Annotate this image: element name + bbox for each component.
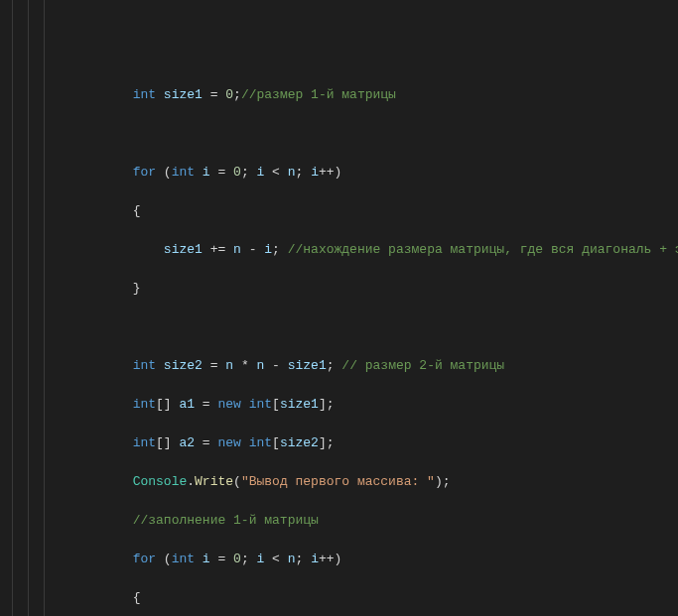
code-line[interactable]: { [40,201,678,221]
code-line[interactable]: for (int i = 0; i < n; i++) [40,550,678,569]
code-line[interactable]: //заполнение 1-й матрицы [40,511,678,531]
code-editor[interactable]: int size1 = 0;//размер 1-й матрицы for (… [0,0,678,616]
code-line[interactable]: } [40,279,678,299]
code-line[interactable]: size1 += n - i; //нахождение размера мат… [40,240,678,260]
code-line[interactable]: int size1 = 0;//размер 1-й матрицы [40,85,678,105]
code-line[interactable]: int[] a1 = new int[size1]; [40,395,678,415]
code-line[interactable]: for (int i = 0; i < n; i++) [40,163,678,183]
code-line[interactable]: { [40,588,678,608]
code-line[interactable]: int[] a2 = new int[size2]; [40,433,678,453]
code-line[interactable]: Console.Write("Вывод первого массива: ")… [40,472,678,492]
code-line[interactable]: int size2 = n * n - size1; // размер 2-й… [40,356,678,376]
